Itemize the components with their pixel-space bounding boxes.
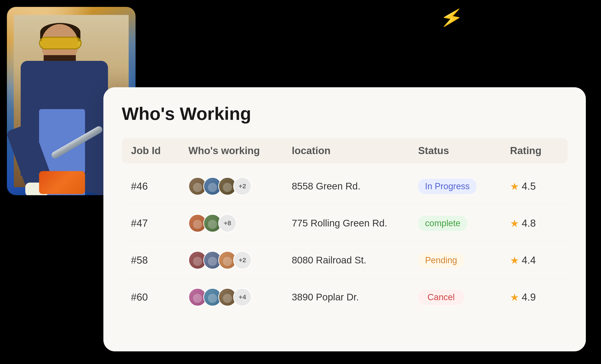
rating-value: 4.4 bbox=[522, 255, 536, 266]
lightning-icon: ⚡ bbox=[439, 5, 465, 30]
rating-value: 4.8 bbox=[522, 217, 536, 229]
rating: ★4.8 bbox=[510, 217, 591, 229]
rating: ★4.9 bbox=[510, 291, 591, 303]
header-rating: Rating bbox=[510, 145, 591, 156]
header-job-id: Job Id bbox=[131, 145, 188, 156]
table-row[interactable]: #60+43890 Poplar Dr.Cancel★4.9 bbox=[122, 279, 567, 315]
star-icon: ★ bbox=[510, 180, 519, 192]
header-status: Status bbox=[418, 145, 510, 156]
rating-value: 4.5 bbox=[522, 180, 536, 192]
avatars-group: +2 bbox=[188, 251, 292, 269]
table-row[interactable]: #46+28558 Green Rd.In Progress★4.5 bbox=[122, 168, 567, 205]
status-badge: Pending bbox=[418, 253, 464, 268]
status-cell: Cancel bbox=[418, 290, 510, 305]
avatar-count: +4 bbox=[233, 288, 251, 306]
star-icon: ★ bbox=[510, 291, 519, 303]
table-body: #46+28558 Green Rd.In Progress★4.5#47+87… bbox=[122, 168, 567, 315]
star-icon: ★ bbox=[510, 217, 519, 229]
header-whos-working: Who's working bbox=[188, 145, 292, 156]
location: 8080 Railroad St. bbox=[292, 255, 418, 266]
status-badge: complete bbox=[418, 216, 467, 231]
avatar-count: +2 bbox=[233, 251, 251, 269]
table-row[interactable]: #47+8775 Rolling Green Rd.complete★4.8 bbox=[122, 205, 567, 242]
main-card: Who's Working Job Id Who's working locat… bbox=[103, 87, 586, 351]
table-container: Job Id Who's working location Status Rat… bbox=[122, 138, 567, 315]
status-cell: In Progress bbox=[418, 179, 510, 194]
avatars-group: +8 bbox=[188, 214, 292, 232]
status-cell: Pending bbox=[418, 253, 510, 268]
avatars-group: +4 bbox=[188, 288, 292, 306]
status-badge: In Progress bbox=[418, 179, 476, 194]
location: 775 Rolling Green Rd. bbox=[292, 218, 418, 229]
header-location: location bbox=[292, 145, 418, 156]
avatar-count: +8 bbox=[218, 214, 237, 232]
job-id: #60 bbox=[131, 291, 188, 303]
table-header: Job Id Who's working location Status Rat… bbox=[122, 138, 567, 163]
status-cell: complete bbox=[418, 216, 510, 231]
table-row[interactable]: #58+28080 Railroad St.Pending★4.4 bbox=[122, 242, 567, 279]
job-id: #47 bbox=[131, 217, 188, 229]
avatar-count: +2 bbox=[233, 177, 251, 196]
location: 8558 Green Rd. bbox=[292, 181, 418, 192]
scene: ⚡ Who's Working Job Id Who's working loc… bbox=[0, 0, 601, 364]
rating-value: 4.9 bbox=[522, 291, 536, 303]
rating: ★4.5 bbox=[510, 180, 591, 192]
page-title: Who's Working bbox=[122, 103, 567, 124]
job-id: #46 bbox=[131, 180, 188, 192]
job-id: #58 bbox=[131, 255, 188, 266]
status-badge: Cancel bbox=[418, 290, 464, 305]
avatars-group: +2 bbox=[188, 177, 292, 196]
rating: ★4.4 bbox=[510, 255, 591, 266]
location: 3890 Poplar Dr. bbox=[292, 292, 418, 303]
star-icon: ★ bbox=[510, 255, 519, 266]
